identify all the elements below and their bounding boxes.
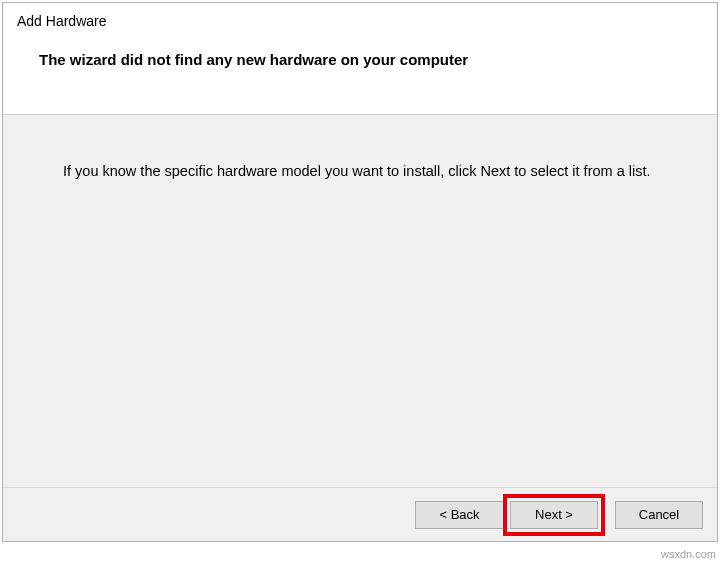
back-button[interactable]: < Back [415,501,503,529]
dialog-header: Add Hardware The wizard did not find any… [3,3,717,115]
next-button-highlight: Next > [503,494,605,536]
dialog-subtitle: The wizard did not find any new hardware… [39,51,703,68]
dialog-title: Add Hardware [17,13,703,29]
dialog-content: If you know the specific hardware model … [3,115,717,487]
instruction-text: If you know the specific hardware model … [63,163,657,179]
cancel-button[interactable]: Cancel [615,501,703,529]
add-hardware-dialog: Add Hardware The wizard did not find any… [2,2,718,542]
dialog-footer: < Back Next > Cancel [3,487,717,541]
next-button[interactable]: Next > [510,501,598,529]
watermark-text: wsxdn.com [661,548,716,560]
